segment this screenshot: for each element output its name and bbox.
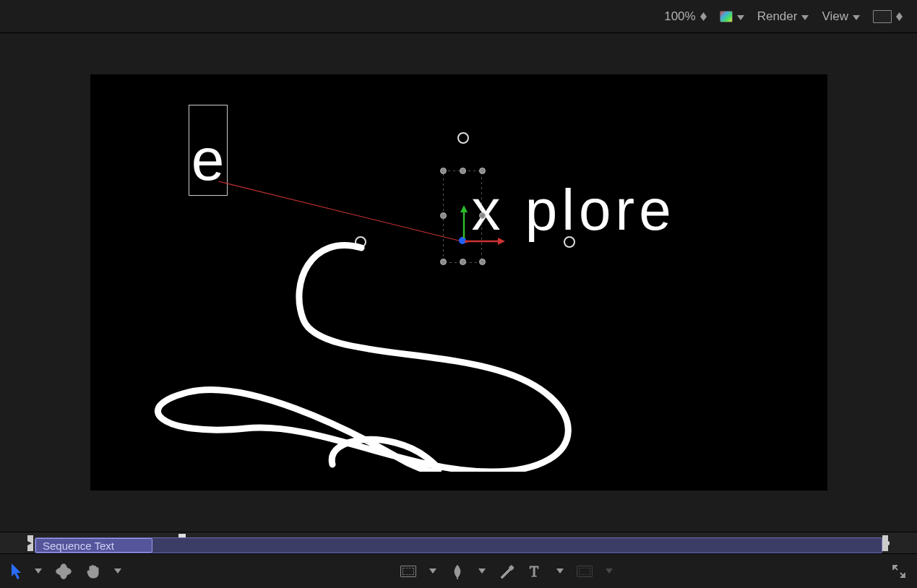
chevron-down-icon (801, 9, 809, 24)
view-label: View (822, 9, 848, 24)
svg-marker-16 (882, 535, 890, 551)
stepper-arrows-icon (700, 12, 707, 21)
svg-marker-25 (478, 568, 486, 574)
fullscreen-toggle[interactable] (891, 563, 907, 579)
svg-marker-6 (896, 17, 903, 21)
svg-marker-29 (606, 568, 613, 574)
svg-marker-1 (700, 17, 707, 21)
mask-tool (577, 566, 593, 577)
view-menu[interactable]: View (822, 9, 860, 24)
color-swatch-icon (720, 11, 733, 22)
svg-marker-21 (114, 568, 121, 574)
behavior-bar-label: Sequence Text (43, 540, 114, 552)
glyph-remaining-text[interactable]: x plore (472, 177, 676, 243)
rectangle-tool[interactable] (400, 566, 416, 577)
svg-marker-22 (429, 568, 436, 574)
behavior-bar[interactable]: Sequence Text (35, 537, 882, 553)
svg-text:T: T (530, 563, 538, 579)
mask-icon (577, 566, 593, 577)
glyph-e-bbox[interactable]: e (189, 105, 228, 196)
glyph-e: e (191, 130, 225, 189)
pen-tool[interactable] (449, 563, 465, 579)
rectangle-icon (400, 566, 416, 577)
canvas-bottom-toolbar: T (0, 553, 917, 588)
pen-tool-menu[interactable] (478, 568, 486, 574)
axis-y-icon[interactable] (460, 205, 468, 238)
chevron-down-icon (737, 9, 744, 24)
select-tool-menu[interactable] (35, 568, 42, 574)
select-tool[interactable] (10, 563, 22, 579)
zoom-level-stepper[interactable]: 100% (664, 9, 706, 24)
svg-marker-3 (801, 15, 809, 20)
svg-line-7 (218, 181, 468, 243)
chevron-down-icon (853, 9, 860, 24)
svg-marker-17 (12, 563, 21, 579)
svg-marker-13 (27, 535, 33, 551)
pan-tool-menu[interactable] (114, 568, 121, 574)
in-point-icon[interactable] (27, 535, 35, 555)
view-layouts-icon (873, 10, 892, 23)
pan-tool[interactable] (85, 563, 101, 579)
view-layouts-menu[interactable] (873, 10, 903, 23)
render-label: Render (757, 9, 798, 24)
flourish-path (116, 241, 607, 472)
svg-marker-4 (853, 15, 860, 20)
canvas-viewport[interactable]: e x plore (90, 74, 827, 490)
3d-transform-tool[interactable] (55, 563, 72, 580)
mask-tool-menu (606, 568, 613, 574)
svg-point-23 (456, 571, 458, 574)
out-point-icon[interactable] (882, 535, 890, 555)
render-menu[interactable]: Render (757, 9, 809, 24)
color-channels-menu[interactable] (720, 9, 744, 24)
text-tool[interactable]: T (528, 563, 543, 579)
zoom-level-value: 100% (664, 9, 695, 24)
svg-point-20 (60, 564, 67, 579)
svg-marker-28 (556, 568, 564, 574)
svg-marker-2 (737, 15, 744, 20)
canvas-area[interactable]: e x plore (0, 33, 917, 532)
behavior-handle-top[interactable] (457, 132, 469, 144)
stepper-arrows-icon (896, 12, 903, 21)
canvas-top-toolbar: 100% Render View (0, 0, 917, 33)
svg-marker-10 (460, 205, 468, 212)
text-tool-menu[interactable] (556, 568, 564, 574)
paint-stroke-tool[interactable] (499, 563, 515, 579)
shape-tool-menu[interactable] (429, 568, 436, 574)
svg-marker-18 (35, 568, 42, 574)
